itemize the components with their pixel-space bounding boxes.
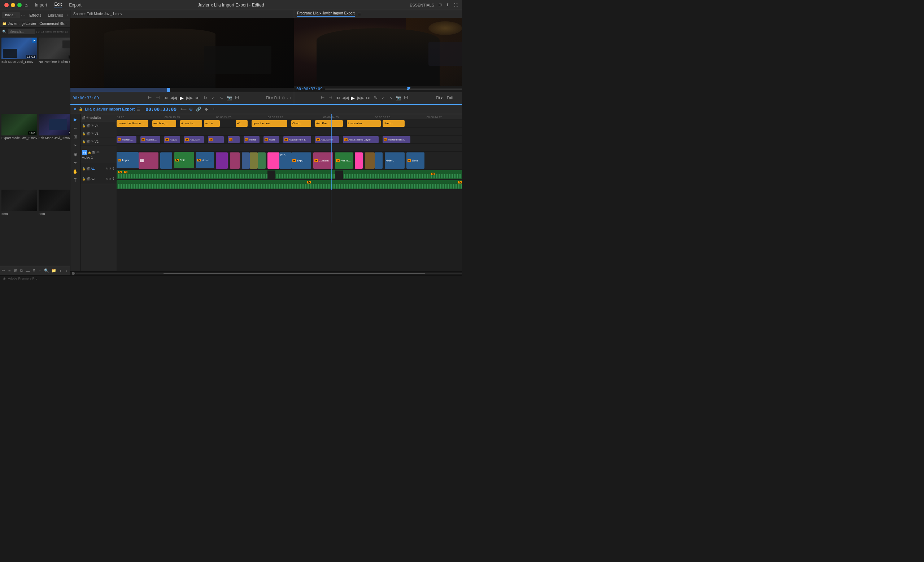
- export-icon[interactable]: ⬆: [446, 3, 449, 7]
- video-clip[interactable]: fx Impor: [117, 152, 139, 168]
- list-item[interactable]: Item: [2, 189, 37, 264]
- v2-lock-icon[interactable]: 🔒: [82, 140, 86, 143]
- audio-clip2[interactable]: fx fx: [117, 180, 462, 189]
- a2-mic-icon[interactable]: 🎙: [112, 177, 115, 180]
- fit-selector[interactable]: Fit ▾: [266, 96, 273, 100]
- frame-fwd-btn[interactable]: ▶▶: [357, 95, 364, 101]
- v2-eye-icon[interactable]: 👁: [91, 140, 94, 143]
- bin-tab[interactable]: Bin: Javier Editing at Computer B Roll: [2, 12, 20, 18]
- camera-btn[interactable]: 📷: [395, 95, 402, 101]
- video-clip[interactable]: fx Expo: [291, 152, 311, 169]
- layout-icon[interactable]: ⊞: [438, 3, 442, 7]
- sort-icon[interactable]: ↕: [38, 268, 42, 274]
- nav-import[interactable]: Import: [34, 3, 47, 8]
- video-clip[interactable]: [375, 152, 382, 169]
- v3-eye-icon[interactable]: 👁: [91, 132, 94, 135]
- full-quality[interactable]: Full: [274, 96, 280, 100]
- ripple-tool[interactable]: ⟵: [180, 106, 187, 112]
- grid-view-icon[interactable]: ⊞: [14, 268, 18, 274]
- video-clip[interactable]: fx Nested S: [196, 152, 214, 168]
- effects-tab[interactable]: Effects: [26, 12, 44, 19]
- subtitle-clip[interactable]: A new he...: [180, 120, 202, 127]
- nav-edit[interactable]: Edit: [54, 2, 62, 8]
- list-icon[interactable]: ⊟: [65, 30, 68, 34]
- slider-icon[interactable]: —: [26, 268, 30, 274]
- close-timeline-icon[interactable]: ✕: [73, 107, 76, 111]
- adjustment-clip[interactable]: fxAdju: [264, 136, 279, 143]
- clip-icon[interactable]: 🎞: [234, 95, 240, 101]
- minimize-button[interactable]: [11, 3, 15, 7]
- a2-mute-btn[interactable]: M: [106, 177, 109, 180]
- export-btn[interactable]: 🎞: [403, 95, 409, 101]
- hand-tool[interactable]: ✋: [72, 168, 80, 176]
- play-btn[interactable]: ▶: [350, 95, 356, 101]
- scroll-left-btn[interactable]: [72, 272, 75, 275]
- solo-btn[interactable]: S: [110, 167, 111, 170]
- adjustment-clip[interactable]: fxAdjustme: [315, 136, 339, 143]
- home-icon[interactable]: ⌂: [24, 2, 27, 8]
- v4-video-icon[interactable]: 🎬: [86, 124, 90, 128]
- v3-video-icon[interactable]: 🎬: [86, 132, 90, 135]
- select-tool[interactable]: ▶: [72, 116, 80, 123]
- v4-eye-icon[interactable]: 👁: [91, 124, 94, 128]
- a2-solo-btn[interactable]: S: [110, 177, 111, 180]
- insert-icon[interactable]: ↙: [210, 95, 217, 101]
- a1-icon[interactable]: 🎬: [86, 167, 90, 170]
- subtitle-clip[interactable]: open the new...: [252, 120, 287, 127]
- adjustment-clip[interactable]: fxAdjustment Layer: [343, 136, 379, 143]
- audio-clip[interactable]: fx: [430, 170, 462, 179]
- v1-video-icon[interactable]: 🎬: [92, 151, 96, 154]
- a2-icon[interactable]: 🎬: [86, 177, 90, 180]
- step-fwd-btn[interactable]: ⏭: [365, 95, 371, 101]
- nav-export[interactable]: Export: [69, 3, 82, 8]
- timeline-scrollbar-track[interactable]: [76, 273, 462, 274]
- video-clip[interactable]: fx Save: [406, 152, 424, 169]
- video-clip[interactable]: [365, 152, 375, 169]
- linked-tool[interactable]: 🔗: [195, 106, 202, 112]
- step-fwd-icon[interactable]: ⏭: [194, 95, 201, 101]
- maximize-button[interactable]: [17, 3, 22, 7]
- video-clip[interactable]: [258, 152, 266, 169]
- adjustment-clip[interactable]: fxAdjustment L: [284, 136, 311, 143]
- audio-clip[interactable]: [275, 170, 331, 179]
- more-icon[interactable]: ›: [64, 268, 69, 274]
- video-clip[interactable]: [250, 152, 258, 169]
- subtitle-clip[interactable]: Use t...: [382, 120, 405, 127]
- video-clip[interactable]: fx Edit: [174, 152, 194, 168]
- video-clip[interactable]: [242, 152, 250, 169]
- snap-tool[interactable]: ⊕: [188, 106, 194, 112]
- loop-icon[interactable]: ↻: [202, 95, 208, 101]
- mark-out-icon[interactable]: ⊣: [154, 95, 161, 101]
- program-menu-icon[interactable]: ☰: [358, 12, 361, 16]
- adjustment-clip[interactable]: fx: [208, 136, 224, 143]
- a1-lock-icon[interactable]: 🔒: [82, 167, 86, 170]
- search-input[interactable]: [8, 29, 35, 34]
- source-scrubber[interactable]: [70, 88, 294, 92]
- video-clip[interactable]: [267, 152, 279, 169]
- video-clip[interactable]: [160, 152, 172, 169]
- v4-lock-icon[interactable]: 🔒: [82, 124, 86, 128]
- v3-lock-icon[interactable]: 🔒: [82, 132, 86, 135]
- search2-icon[interactable]: 🔍: [44, 268, 49, 274]
- camera-icon[interactable]: 📷: [226, 95, 232, 101]
- tracks-scroll-area[interactable]: 00:00:14:23 00:00:19:23 00:00:24:23 00:0…: [117, 114, 462, 271]
- mark-in-icon[interactable]: ⊢: [147, 95, 153, 101]
- list-item[interactable]: 6:02 Export Mode Javi_2.mov: [2, 114, 37, 189]
- frame-back-btn[interactable]: ◀◀: [342, 95, 349, 101]
- folder-icon[interactable]: 📁: [51, 268, 56, 274]
- video-clip[interactable]: C13: [279, 152, 291, 169]
- subtitle-clip[interactable]: And Pre...: [315, 120, 343, 127]
- chevron-right-icon[interactable]: ›: [67, 13, 68, 17]
- video-clip[interactable]: fx Nested S: [335, 152, 353, 169]
- list-item[interactable]: Item: [39, 189, 70, 264]
- play-button[interactable]: ▶: [178, 95, 185, 101]
- timeline-scrollbar-thumb[interactable]: [164, 273, 425, 274]
- mark-in-btn[interactable]: ⊢: [320, 95, 326, 101]
- timeline-menu-icon[interactable]: ☰: [137, 107, 140, 111]
- subtitle-clip[interactable]: to social m...: [347, 120, 381, 127]
- video-clip[interactable]: ▓▓: [139, 152, 159, 169]
- frame-back-icon[interactable]: ◀◀: [170, 95, 177, 101]
- adjustment-clip[interactable]: fxAdjus: [244, 136, 260, 143]
- subtitle-clip[interactable]: and bring...: [152, 120, 176, 127]
- slip-tool[interactable]: ◉: [72, 150, 80, 158]
